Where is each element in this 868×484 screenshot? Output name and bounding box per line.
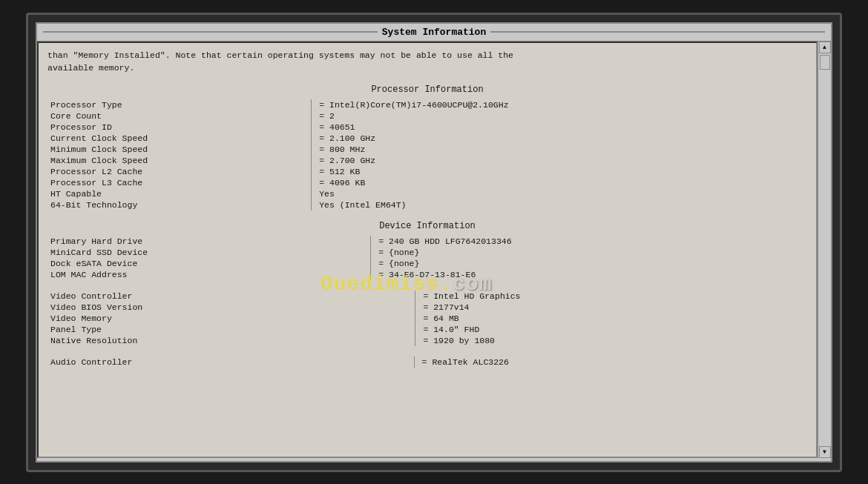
processor-row: Maximum Clock Speed= 2.700 GHz xyxy=(47,155,807,166)
processor-label: 64-Bit Technology xyxy=(47,199,312,210)
device-label: MiniCard SSD Device xyxy=(47,247,371,258)
video-row: Video BIOS Version= 2177v14 xyxy=(47,302,807,313)
video-label: Video Controller xyxy=(47,291,415,302)
video-value: = 1920 by 1080 xyxy=(415,335,807,346)
video-table: Video Controller= Intel HD GraphicsVideo… xyxy=(47,291,807,346)
processor-row: 64-Bit TechnologyYes (Intel EM64T) xyxy=(47,199,807,210)
video-row: Panel Type= 14.0" FHD xyxy=(47,324,807,335)
processor-value: = 2 xyxy=(312,110,807,122)
processor-label: Processor Type xyxy=(47,99,312,110)
device-table: Primary Hard Drive= 240 GB HDD LFG764201… xyxy=(47,236,807,280)
audio-table: Audio Controller= RealTek ALC3226 xyxy=(47,357,807,368)
device-section-title: Device Information xyxy=(47,221,807,231)
processor-row: HT CapableYes xyxy=(47,188,807,199)
processor-label: Processor L2 Cache xyxy=(47,166,312,177)
scroll-area: than "Memory Installed". Note that certa… xyxy=(37,42,818,458)
processor-row: Current Clock Speed= 2.100 GHz xyxy=(47,133,807,144)
processor-label: Processor ID xyxy=(47,122,312,133)
video-row: Native Resolution= 1920 by 1080 xyxy=(47,335,807,346)
scroll-down-button[interactable]: ▼ xyxy=(819,446,831,458)
processor-label: Core Count xyxy=(47,110,312,122)
processor-value: = 4096 KB xyxy=(312,177,807,188)
processor-row: Processor Type= Intel(R)Core(TM)i7-4600U… xyxy=(47,99,807,110)
audio-label: Audio Controller xyxy=(47,357,414,368)
video-label: Video Memory xyxy=(47,313,415,324)
scrollbar: ▲ ▼ xyxy=(818,42,831,458)
processor-row: Minimum Clock Speed= 800 MHz xyxy=(47,144,807,155)
title-bar: System Information xyxy=(37,24,831,42)
processor-label: Current Clock Speed xyxy=(47,133,312,144)
device-row: MiniCard SSD Device= {none} xyxy=(47,247,807,258)
scroll-thumb[interactable] xyxy=(820,55,830,70)
processor-value: = 2.100 GHz xyxy=(312,133,807,144)
processor-label: HT Capable xyxy=(47,188,312,199)
device-value: = 34-E6-D7-13-81-E6 xyxy=(371,269,807,280)
device-label: LOM MAC Address xyxy=(47,269,371,280)
device-row: Dock eSATA Device= {none} xyxy=(47,258,807,269)
note-text: than "Memory Installed". Note that certa… xyxy=(47,49,807,75)
device-row: Primary Hard Drive= 240 GB HDD LFG764201… xyxy=(47,236,807,247)
window-title: System Information xyxy=(382,27,486,38)
device-label: Primary Hard Drive xyxy=(47,236,371,247)
video-row: Video Controller= Intel HD Graphics xyxy=(47,291,807,302)
processor-label: Minimum Clock Speed xyxy=(47,144,312,155)
audio-row: Audio Controller= RealTek ALC3226 xyxy=(47,357,807,368)
processor-value: = 512 KB xyxy=(312,166,807,177)
processor-label: Processor L3 Cache xyxy=(47,177,312,188)
video-value: = 14.0" FHD xyxy=(415,324,807,335)
processor-row: Processor L3 Cache= 4096 KB xyxy=(47,177,807,188)
scroll-up-button[interactable]: ▲ xyxy=(819,42,831,53)
processor-section-title: Processor Information xyxy=(47,84,807,95)
device-label: Dock eSATA Device xyxy=(47,258,371,269)
device-value: = {none} xyxy=(371,258,807,269)
processor-value: = 40651 xyxy=(312,122,807,133)
processor-value: = 800 MHz xyxy=(312,144,807,155)
audio-value: = RealTek ALC3226 xyxy=(414,357,807,368)
processor-table: Processor Type= Intel(R)Core(TM)i7-4600U… xyxy=(47,99,807,210)
video-value: = Intel HD Graphics xyxy=(415,291,807,302)
processor-value: Yes xyxy=(312,188,807,199)
processor-row: Core Count= 2 xyxy=(47,110,807,122)
processor-row: Processor L2 Cache= 512 KB xyxy=(47,166,807,177)
processor-value: = Intel(R)Core(TM)i7-4600UCPU@2.10GHz xyxy=(312,99,807,110)
video-label: Video BIOS Version xyxy=(47,302,415,313)
content-area: than "Memory Installed". Note that certa… xyxy=(37,42,831,458)
video-label: Native Resolution xyxy=(47,335,415,346)
screen-container: System Information than "Memory Installe… xyxy=(26,13,842,472)
video-row: Video Memory= 64 MB xyxy=(47,313,807,324)
processor-label: Maximum Clock Speed xyxy=(47,155,312,166)
processor-value: Yes (Intel EM64T) xyxy=(312,199,807,210)
processor-value: = 2.700 GHz xyxy=(312,155,807,166)
device-value: = 240 GB HDD LFG7642013346 xyxy=(371,236,807,247)
video-label: Panel Type xyxy=(47,324,415,335)
device-value: = {none} xyxy=(371,247,807,258)
processor-row: Processor ID= 40651 xyxy=(47,122,807,133)
window-frame: System Information than "Memory Installe… xyxy=(36,22,832,463)
video-value: = 2177v14 xyxy=(415,302,807,313)
device-row: LOM MAC Address= 34-E6-D7-13-81-E6 xyxy=(47,269,807,280)
video-value: = 64 MB xyxy=(415,313,807,324)
